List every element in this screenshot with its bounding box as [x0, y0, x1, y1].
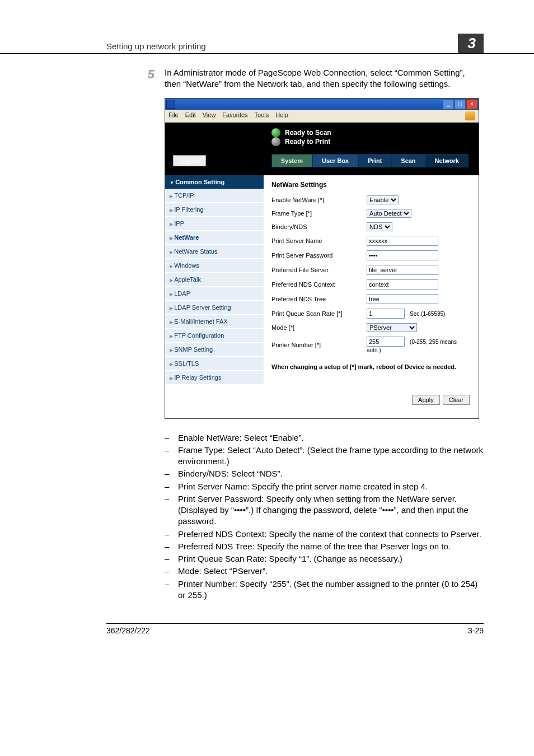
label-printer-number: Printer Number [*]: [271, 342, 367, 348]
bullet-text: Mode: Select “PServer”.: [178, 566, 268, 577]
footer-model: 362/282/222: [106, 626, 150, 635]
clear-button[interactable]: Clear: [443, 395, 470, 405]
label-print-server-password: Print Server Password: [271, 252, 367, 259]
label-enable-netware: Enable NetWare [*]: [271, 197, 367, 203]
input-print-server-name[interactable]: [367, 236, 438, 246]
input-scan-rate[interactable]: [367, 309, 405, 319]
step-text: In Administrator mode of PageScope Web C…: [165, 67, 484, 90]
sidebar-item-ftp[interactable]: FTP Configuration: [165, 329, 264, 343]
tab-network[interactable]: Network: [425, 154, 469, 167]
sidebar-item-netware[interactable]: NetWare: [165, 231, 264, 245]
menu-edit[interactable]: Edit: [185, 111, 196, 120]
input-print-server-password[interactable]: [367, 250, 438, 260]
window-titlebar: _ □ ×: [165, 99, 479, 110]
bullet-text: Preferred NDS Context: Specify the name …: [178, 529, 481, 540]
sidebar-item-ldap-server[interactable]: LDAP Server Setting: [165, 301, 264, 315]
close-button[interactable]: ×: [466, 99, 477, 109]
select-mode[interactable]: PServer: [367, 323, 417, 332]
tab-print[interactable]: Print: [358, 154, 391, 167]
label-preferred-nds-tree: Preferred NDS Tree: [271, 296, 367, 302]
bullet-text: Print Server Name: Specify the print ser…: [178, 481, 428, 492]
input-printer-number[interactable]: [367, 337, 405, 347]
label-scan-rate: Print Queue Scan Rate [*]: [271, 310, 367, 317]
bullet-text: Print Server Password: Specify only when…: [178, 493, 484, 528]
instruction-bullets: –Enable NetWare: Select “Enable”. –Frame…: [165, 432, 484, 601]
sidebar-item-netware-status[interactable]: NetWare Status: [165, 245, 264, 259]
label-bindery-nds: Bindery/NDS: [271, 223, 367, 230]
sidebar-item-tcpip[interactable]: TCP/IP: [165, 189, 264, 203]
ie-throbber-icon: [465, 111, 475, 120]
tab-userbox[interactable]: User Box: [312, 154, 358, 167]
sidebar-item-snmp[interactable]: SNMP Setting: [165, 343, 264, 357]
browser-menubar: File Edit View Favorites Tools Help: [165, 110, 479, 123]
sidebar-item-ipfiltering[interactable]: IP Filtering: [165, 203, 264, 217]
reboot-note: When changing a setup of [*] mark, reboo…: [271, 363, 471, 370]
menu-help[interactable]: Help: [275, 111, 288, 120]
printer-status-text: Ready to Print: [285, 138, 330, 146]
sidebar-item-ssl-tls[interactable]: SSL/TLS: [165, 357, 264, 371]
tab-system[interactable]: System: [271, 154, 312, 167]
bullet-text: Print Queue Scan Rate: Specify “1”. (Cha…: [178, 553, 402, 564]
menu-favorites[interactable]: Favorites: [222, 111, 247, 120]
bullet-text: Preferred NDS Tree: Specify the name of …: [178, 541, 451, 552]
scanner-status-icon: [271, 128, 280, 137]
maximize-button[interactable]: □: [455, 99, 466, 109]
sidebar-item-appletalk[interactable]: AppleTalk: [165, 273, 264, 287]
minimize-button[interactable]: _: [443, 99, 454, 109]
sidebar-item-email-ifax[interactable]: E-Mail/Internet FAX: [165, 315, 264, 329]
logout-button[interactable]: Log-out: [173, 155, 206, 166]
apply-button[interactable]: Apply: [412, 395, 440, 405]
select-enable-netware[interactable]: Enable: [367, 195, 399, 204]
ie-icon: [166, 100, 175, 109]
input-preferred-nds-context[interactable]: [367, 279, 438, 290]
select-frame-type[interactable]: Auto Detect: [367, 209, 411, 218]
panel-title: NetWare Settings: [271, 181, 471, 189]
step-number: 5: [140, 67, 154, 90]
embedded-screenshot: _ □ × File Edit View Favorites Tools Hel…: [165, 98, 479, 419]
sidebar-item-ldap[interactable]: LDAP: [165, 287, 264, 301]
sidebar-header[interactable]: Common Setting: [165, 175, 264, 189]
bullet-text: Frame Type: Select “Auto Detect”. (Selec…: [178, 445, 484, 468]
input-preferred-nds-tree[interactable]: [367, 294, 438, 304]
sidebar: Common Setting TCP/IP IP Filtering IPP N…: [165, 175, 264, 385]
menu-view[interactable]: View: [203, 111, 216, 120]
input-preferred-file-server[interactable]: [367, 265, 438, 275]
menu-file[interactable]: File: [168, 111, 179, 120]
tab-scan[interactable]: Scan: [391, 154, 425, 167]
sidebar-item-ip-relay[interactable]: IP Relay Settings: [165, 371, 264, 385]
bullet-text: Enable NetWare: Select “Enable”.: [178, 432, 304, 444]
bullet-text: Bindery/NDS: Select “NDS”.: [178, 468, 283, 479]
sidebar-item-ipp[interactable]: IPP: [165, 217, 264, 231]
hint-scan-rate: Sec.(1-65535): [410, 311, 445, 317]
label-print-server-name: Print Server Name: [271, 237, 367, 244]
scanner-status-text: Ready to Scan: [285, 129, 331, 137]
footer-page: 3-29: [468, 626, 484, 635]
label-frame-type: Frame Type [*]: [271, 210, 367, 217]
sidebar-item-windows[interactable]: Windows: [165, 259, 264, 273]
label-preferred-nds-context: Preferred NDS Context: [271, 281, 367, 288]
menu-tools[interactable]: Tools: [255, 111, 269, 120]
running-title: Setting up network printing: [106, 41, 206, 51]
select-bindery-nds[interactable]: NDS: [367, 222, 392, 231]
label-mode: Mode [*]: [271, 324, 367, 331]
printer-status-icon: [271, 137, 280, 146]
bullet-text: Printer Number: Specify “255”. (Set the …: [178, 578, 484, 601]
label-preferred-file-server: Preferred File Server: [271, 267, 367, 273]
chapter-badge: 3: [458, 34, 484, 53]
